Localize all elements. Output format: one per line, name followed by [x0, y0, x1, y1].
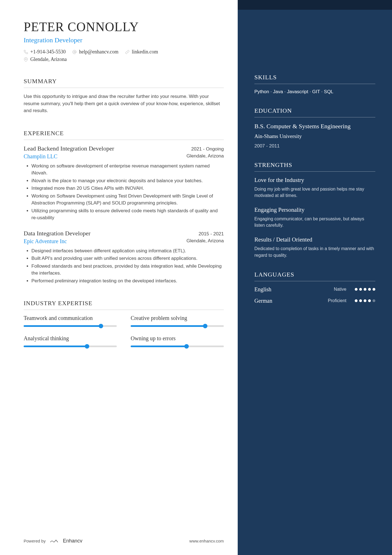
slider-knob: [184, 344, 189, 349]
slider-fill: [24, 325, 101, 327]
skills-heading: SKILLS: [254, 74, 375, 84]
experience-section: EXPERIENCE Lead Backend Integration Deve…: [24, 130, 224, 285]
job-dates: 2015 - 2021: [199, 231, 224, 237]
language-dots: [355, 299, 375, 302]
job-bullet: Integrated more than 20 US Cities APIs w…: [31, 185, 224, 192]
strength-title: Engaging Personality: [254, 206, 375, 213]
expertise-item: Owning up to errors: [131, 335, 224, 347]
strength-title: Love for the Industry: [254, 177, 375, 184]
job-bullet: Designed interfaces between different ap…: [31, 247, 224, 255]
summary-heading: SUMMARY: [24, 78, 224, 88]
job-bullet: Performed preliminary integration testin…: [31, 277, 224, 285]
expertise-section: INDUSTRY EXPERTISE Teamwork and communic…: [24, 300, 224, 347]
language-row: English Native: [254, 286, 375, 293]
job-location: Glendale, Arizona: [187, 238, 224, 245]
skills-section: SKILLS Python · Java · Javascript · GIT …: [254, 74, 375, 95]
job-bullet: Working on software development of enter…: [31, 162, 224, 177]
slider-knob: [203, 324, 207, 328]
contact-email: help@enhancv.com: [72, 49, 118, 55]
languages-heading: LANGUAGES: [254, 271, 375, 281]
strength-desc: Doing my job with great love and passion…: [254, 186, 375, 199]
summary-text: Use this opportunity to intrigue and dra…: [24, 93, 224, 114]
job-bullet: Working on Software Development using Te…: [31, 193, 224, 207]
location-text: Glendale, Arizona: [30, 56, 67, 62]
education-degree: B.S. Computer & Systems Engineering: [254, 122, 375, 130]
brand-logo: Enhancv: [50, 538, 82, 544]
contact-phone: +1-914-345-5530: [24, 49, 66, 55]
job-item: Lead Backend Integration Developer 2021 …: [24, 145, 224, 221]
language-row: German Proficient: [254, 298, 375, 304]
linkedin-text: linkedin.com: [132, 49, 158, 55]
job-company: Epic Adventure Inc: [24, 238, 67, 245]
contact-location: Glendale, Arizona: [24, 56, 67, 62]
slider-knob: [99, 324, 103, 328]
skills-list: Python · Java · Javascript · GIT · SQL: [254, 89, 375, 95]
job-title: Data Integration Developer: [24, 230, 91, 237]
footer-url: www.enhancv.com: [189, 539, 224, 543]
rating-dot: [364, 288, 366, 291]
job-bullet: iNovah is the place to manage your elect…: [31, 177, 224, 184]
language-name: English: [254, 286, 334, 293]
job-item: Data Integration Developer 2015 - 2021 E…: [24, 230, 224, 285]
expertise-slider: [131, 325, 224, 327]
strength-desc: Engaging communicator, can be persuasive…: [254, 216, 375, 228]
brand-name: Enhancv: [63, 538, 82, 544]
job-bullet: Followed standards and best practices, p…: [31, 263, 224, 277]
strength-desc: Dedicated to completion of tasks in a ti…: [254, 245, 375, 258]
footer: Powered by Enhancv www.enhancv.com: [24, 538, 224, 544]
powered-by-label: Powered by: [24, 539, 46, 543]
rating-dot: [355, 288, 358, 291]
strengths-heading: STRENGTHS: [254, 161, 375, 172]
expertise-label: Teamwork and communication: [24, 315, 117, 321]
location-icon: [24, 57, 28, 62]
svg-point-1: [25, 58, 26, 60]
rating-dot: [364, 299, 366, 302]
job-company: Champlin LLC: [24, 153, 58, 160]
job-title: Lead Backend Integration Developer: [24, 145, 114, 152]
slider-fill: [24, 346, 87, 347]
expertise-label: Creative problem solving: [131, 315, 224, 321]
expertise-slider: [24, 325, 117, 327]
expertise-item: Analystical thinking: [24, 335, 117, 347]
link-icon: [125, 50, 130, 54]
person-name: PETER CONNOLLY: [24, 19, 224, 34]
language-name: German: [254, 298, 328, 304]
rating-dot: [359, 299, 362, 302]
job-dates: 2021 - Ongoing: [191, 146, 224, 152]
education-dates: 2007 - 2011: [254, 143, 375, 149]
email-text: help@enhancv.com: [79, 49, 118, 55]
slider-fill: [131, 346, 187, 347]
expertise-label: Owning up to errors: [131, 335, 224, 342]
experience-heading: EXPERIENCE: [24, 130, 224, 140]
slider-knob: [85, 344, 89, 349]
rating-dot: [373, 288, 375, 291]
rating-dot: [368, 299, 371, 302]
expertise-item: Teamwork and communication: [24, 315, 117, 327]
strength-item: Engaging Personality Engaging communicat…: [254, 206, 375, 228]
education-heading: EDUCATION: [254, 107, 375, 117]
language-level: Native: [334, 287, 346, 292]
rating-dot: [359, 288, 362, 291]
job-location: Glendale, Arizona: [187, 153, 224, 160]
job-bullet: Built API's and providing user with unif…: [31, 255, 224, 262]
at-icon: [72, 50, 77, 54]
expertise-slider: [131, 346, 224, 347]
expertise-slider: [24, 346, 117, 347]
phone-text: +1-914-345-5530: [30, 49, 66, 55]
phone-icon: [24, 50, 28, 54]
language-level: Proficient: [328, 298, 346, 303]
slider-fill: [131, 325, 205, 327]
svg-point-0: [74, 51, 75, 53]
rating-dot: [368, 288, 371, 291]
rating-dot: [373, 299, 375, 302]
strength-title: Results / Detail Oriented: [254, 236, 375, 243]
language-dots: [355, 288, 375, 291]
person-title: Integration Developer: [24, 36, 224, 44]
job-bullet: Utilizing programming skills to ensure d…: [31, 207, 224, 221]
expertise-heading: INDUSTRY EXPERTISE: [24, 300, 224, 310]
education-school: Ain-Shams University: [254, 133, 375, 139]
contact-linkedin: linkedin.com: [125, 49, 158, 55]
strength-item: Love for the Industry Doing my job with …: [254, 177, 375, 199]
expertise-item: Creative problem solving: [131, 315, 224, 327]
education-section: EDUCATION B.S. Computer & Systems Engine…: [254, 107, 375, 149]
